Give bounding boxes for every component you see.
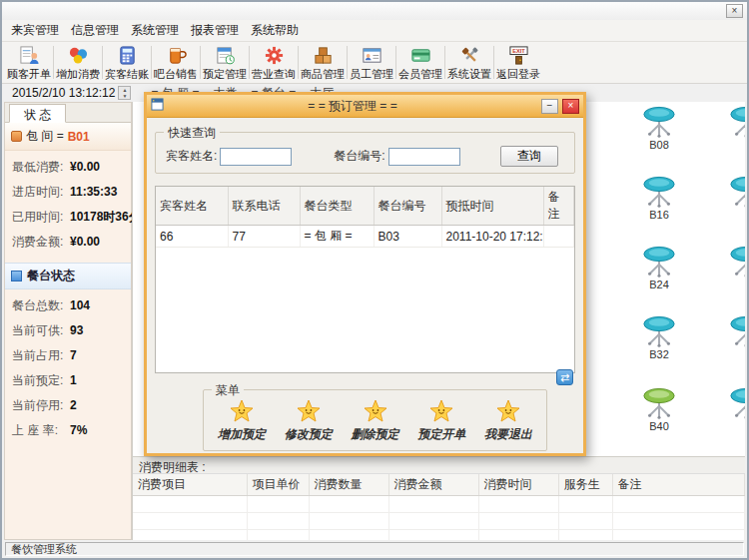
dialog-menu-title: 菜单 (212, 382, 244, 399)
reservation-billing-button[interactable]: 预定开单 (411, 399, 471, 443)
add-reservation-button[interactable]: 增加预定 (212, 399, 272, 443)
toolbar-goods-management[interactable]: 商品管理 (300, 43, 346, 82)
toolbar-label: 商品管理 (301, 67, 345, 82)
field-label: 最低消费: (12, 159, 70, 176)
column-header: 餐台编号 (374, 187, 441, 226)
toolbar-customer-billing[interactable]: 顾客开单 (6, 43, 52, 82)
field-value: 1 (70, 373, 77, 387)
table-stool[interactable] (716, 246, 745, 280)
table-stool[interactable]: B40 (629, 387, 689, 432)
table-id: B40 (649, 420, 669, 432)
cell-remark (543, 226, 574, 248)
reservation-row[interactable]: 66 77 = 包 厢 = B03 2011-10-20 17:12:34 (156, 226, 574, 248)
datetime-spinner[interactable]: ▲ ▼ (118, 86, 131, 100)
menu-system-help[interactable]: 系统帮助 (248, 19, 302, 42)
toolbar-system-settings[interactable]: 系统设置 (446, 43, 492, 82)
toolbar-return-login[interactable]: EXIT 返回登录 (495, 43, 541, 82)
spinner-down-icon[interactable]: ▼ (119, 93, 130, 99)
field-label: 进店时间: (12, 184, 70, 201)
field-label: 消费金额: (12, 234, 70, 251)
field-used-time: 已用时间: 10178时36分 (5, 201, 131, 226)
datetime-picker[interactable]: 2015/2/10 13:12:12 (12, 86, 115, 100)
table-stool[interactable] (716, 315, 745, 349)
tab-status[interactable]: 状 态 (9, 104, 66, 123)
window-close-button[interactable]: × (726, 4, 743, 18)
dialog-menu-group: 菜单 增加预定 修改预定 删除预定 (203, 389, 547, 451)
empty-row (133, 496, 745, 513)
guest-name-label: 宾客姓名: (166, 148, 217, 165)
exit-dialog-button[interactable]: 我要退出 (478, 399, 538, 443)
table-id: B16 (649, 209, 669, 221)
room-header: 包 间 = B01 (5, 123, 131, 151)
column-header: 消费数量 (309, 474, 388, 496)
field-reserved: 当前预定: 1 (5, 364, 131, 389)
field-label: 已用时间: (12, 209, 70, 226)
table-stool[interactable]: B24 (629, 246, 689, 290)
field-entry-time: 进店时间: 11:35:33 (5, 176, 131, 201)
table-stool[interactable]: B32 (629, 315, 689, 360)
toolbar-business-query[interactable]: 营业查询 (251, 43, 297, 82)
return-login-icon: EXIT (508, 45, 529, 66)
table-id: B08 (649, 139, 669, 151)
toolbar-bar-sales[interactable]: 吧台销售 (153, 43, 199, 82)
statusbar: 餐饮管理系统 (2, 540, 747, 558)
refresh-icon[interactable]: ⇄ (556, 369, 573, 385)
column-header: 服务生 (558, 474, 612, 496)
table-no-label: 餐台编号: (334, 148, 384, 165)
bar-sales-icon (166, 45, 187, 66)
field-label: 餐台总数: (12, 297, 70, 314)
toolbar-label: 宾客结账 (105, 67, 149, 82)
menu-guest-management[interactable]: 来宾管理 (8, 19, 62, 42)
dialog-titlebar[interactable]: = = 预订管理 = = − × (147, 95, 583, 118)
modify-reservation-button[interactable]: 修改预定 (279, 399, 339, 443)
table-stool[interactable]: B08 (629, 106, 689, 151)
quick-query-group: 快速查询 宾客姓名: 餐台编号: 查询 (155, 132, 575, 174)
toolbar-guest-checkout[interactable]: 宾客结账 (104, 43, 150, 82)
toolbar-separator (53, 46, 54, 79)
consumption-title: 消费明细表 : (133, 457, 745, 474)
table-stool[interactable]: B16 (629, 176, 689, 221)
menubar: 来宾管理 信息管理 系统管理 报表管理 系统帮助 (2, 20, 747, 42)
stool-icon (639, 315, 679, 349)
cell-table-no: B03 (374, 226, 441, 248)
toolbar-separator (102, 46, 103, 79)
consumption-table[interactable]: 消费项目 项目单价 消费数量 消费金额 消费时间 服务生 备注 (133, 474, 745, 547)
reservation-grid[interactable]: 宾客姓名 联系电话 餐台类型 餐台编号 预抵时间 备注 66 77 = 包 厢 (155, 186, 575, 373)
field-value: 11:35:33 (70, 185, 117, 199)
table-no-input[interactable] (388, 148, 460, 166)
toolbar-label: 返回登录 (496, 67, 540, 82)
toolbar-member-management[interactable]: 会员管理 (397, 43, 443, 82)
field-value: 104 (70, 298, 90, 312)
dialog-minimize-button[interactable]: − (541, 99, 558, 114)
table-stool[interactable] (716, 106, 745, 140)
field-min-consumption: 最低消费: ¥0.00 (5, 151, 131, 176)
empty-row (133, 513, 745, 530)
table-stool[interactable] (716, 387, 745, 421)
quick-query-title: 快速查询 (164, 125, 220, 142)
guest-name-input[interactable] (220, 148, 292, 166)
cell-phone: 77 (228, 226, 300, 248)
toolbar-label: 预定管理 (203, 67, 247, 82)
consumption-panel: 消费明细表 : 消费项目 项目单价 消费数量 消费金额 消费时间 服务生 备注 (132, 456, 745, 540)
column-header: 项目单价 (247, 474, 309, 496)
toolbar-label: 顾客开单 (7, 67, 51, 82)
toolbar-staff-management[interactable]: 员工管理 (349, 43, 394, 82)
stool-icon (639, 176, 679, 210)
table-id: B24 (649, 279, 669, 290)
toolbar-reservation-management[interactable]: 预定管理 (202, 43, 248, 82)
toolbar-separator (395, 46, 396, 79)
delete-reservation-button[interactable]: 删除预定 (346, 399, 405, 443)
menu-report-management[interactable]: 报表管理 (188, 19, 242, 42)
field-value: 2 (70, 398, 77, 412)
query-button[interactable]: 查询 (500, 146, 558, 167)
cell-guest-name: 66 (156, 226, 228, 248)
stool-icon (726, 387, 745, 421)
menu-info-management[interactable]: 信息管理 (68, 19, 122, 42)
dialog-icon (151, 98, 164, 114)
dialog-close-button[interactable]: × (562, 99, 579, 114)
stool-icon (726, 106, 745, 140)
table-stool[interactable] (716, 176, 745, 210)
menu-system-management[interactable]: 系统管理 (128, 19, 182, 42)
toolbar-add-consumption[interactable]: 增加消费 (55, 43, 101, 82)
toolbar-label: 员工管理 (350, 67, 393, 82)
